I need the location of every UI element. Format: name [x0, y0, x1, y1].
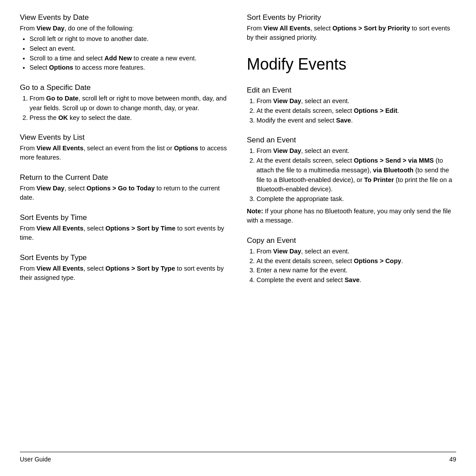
view-events-by-list-text: From View All Events, select an event fr…: [20, 144, 229, 162]
left-column: View Events by Date From View Day, do on…: [20, 13, 229, 452]
content-area: View Events by Date From View Day, do on…: [20, 13, 456, 452]
footer-right: 49: [449, 456, 456, 463]
modify-events-big-title: Modify Events: [247, 55, 456, 74]
sort-by-priority-text: From View All Events, select Options > S…: [247, 24, 456, 42]
section-title-sort-by-time: Sort Events by Time: [20, 213, 229, 222]
list-item: Scroll left or right to move to another …: [30, 34, 229, 44]
section-edit-an-event: Edit an Event From View Day, select an e…: [247, 86, 456, 126]
section-title-view-events-by-date: View Events by Date: [20, 13, 229, 22]
section-modify-events-heading: Modify Events: [247, 53, 456, 76]
list-item: Select an event.: [30, 44, 229, 54]
list-item: Press the OK key to select the date.: [30, 113, 229, 123]
section-view-events-by-date: View Events by Date From View Day, do on…: [20, 13, 229, 74]
section-sort-by-type: Sort Events by Type From View All Events…: [20, 253, 229, 284]
section-title-copy-an-event: Copy an Event: [247, 236, 456, 245]
list-item: From View Day, select an event.: [257, 247, 456, 257]
section-return-to-current-date: Return to the Current Date From View Day…: [20, 173, 229, 204]
section-sort-by-time: Sort Events by Time From View All Events…: [20, 213, 229, 244]
list-item: From Go to Date, scroll left or right to…: [30, 94, 229, 113]
go-to-date-steps: From Go to Date, scroll left or right to…: [30, 94, 229, 123]
section-go-to-specific-date: Go to a Specific Date From Go to Date, s…: [20, 83, 229, 123]
edit-event-steps: From View Day, select an event. At the e…: [257, 97, 456, 125]
footer: User Guide 49: [20, 452, 456, 463]
list-item: At the event details screen, select Opti…: [257, 257, 456, 266]
return-to-current-date-text: From View Day, select Options > Go to To…: [20, 184, 229, 202]
list-item: Select Options to access more features.: [30, 63, 229, 73]
list-item: At the event details screen, select Opti…: [257, 156, 456, 194]
section-title-go-to-specific-date: Go to a Specific Date: [20, 83, 229, 92]
section-copy-an-event: Copy an Event From View Day, select an e…: [247, 236, 456, 286]
section-title-view-events-by-list: View Events by List: [20, 133, 229, 142]
section-sort-by-priority: Sort Events by Priority From View All Ev…: [247, 13, 456, 44]
page: View Events by Date From View Day, do on…: [0, 0, 476, 476]
copy-event-steps: From View Day, select an event. At the e…: [257, 247, 456, 285]
send-event-steps: From View Day, select an event. At the e…: [257, 146, 456, 204]
section-send-an-event: Send an Event From View Day, select an e…: [247, 136, 456, 227]
footer-left: User Guide: [20, 456, 51, 463]
send-event-note: Note: If your phone has no Bluetooth fea…: [247, 207, 456, 225]
view-events-intro: From View Day, do one of the following:: [20, 24, 229, 33]
section-view-events-by-list: View Events by List From View All Events…: [20, 133, 229, 164]
list-item: Complete the appropriate task.: [257, 194, 456, 204]
list-item: Enter a new name for the event.: [257, 266, 456, 275]
sort-by-type-text: From View All Events, select Options > S…: [20, 264, 229, 283]
section-title-sort-by-priority: Sort Events by Priority: [247, 13, 456, 22]
list-item: Modify the event and select Save.: [257, 116, 456, 126]
list-item: At the event details screen, select Opti…: [257, 106, 456, 116]
section-title-send-an-event: Send an Event: [247, 136, 456, 145]
view-events-bullets: Scroll left or right to move to another …: [30, 34, 229, 73]
list-item: Scroll to a time and select Add New to c…: [30, 54, 229, 63]
list-item: From View Day, select an event.: [257, 97, 456, 106]
sort-by-time-text: From View All Events, select Options > S…: [20, 224, 229, 242]
right-column: Sort Events by Priority From View All Ev…: [247, 13, 456, 452]
list-item: From View Day, select an event.: [257, 146, 456, 156]
section-title-sort-by-type: Sort Events by Type: [20, 253, 229, 262]
list-item: Complete the event and select Save.: [257, 275, 456, 285]
section-title-return-to-current-date: Return to the Current Date: [20, 173, 229, 182]
section-title-edit-an-event: Edit an Event: [247, 86, 456, 95]
